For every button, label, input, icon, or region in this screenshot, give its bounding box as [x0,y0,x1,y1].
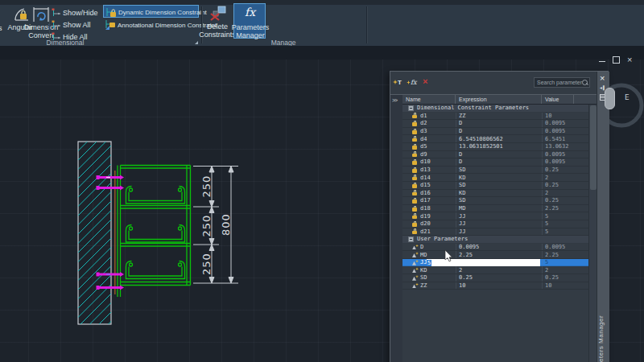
parameter-expression-cell[interactable]: 10 [456,282,542,290]
column-header-expression[interactable]: Expression [456,95,542,104]
scrollbar-thumb[interactable] [590,105,597,190]
parameter-value-cell: 5 [542,220,574,228]
parameter-name-cell[interactable]: d16 [402,190,456,197]
parameter-row[interactable]: d2D0.0095 [402,120,588,128]
parameter-name-cell[interactable]: d21 [402,228,456,236]
parameter-group-row[interactable]: User Parameters [402,236,588,244]
parameter-name-cell[interactable]: d2 [402,120,456,127]
parameter-expression-cell[interactable]: D [456,128,542,135]
parameter-name: d20 [420,220,431,227]
parameter-expression-cell[interactable]: JJ [456,228,542,236]
collapse-checkbox-icon[interactable] [408,105,414,111]
parameter-row[interactable]: SD0.250.25 [402,274,588,282]
parameter-row[interactable]: KD22 [402,266,588,274]
parameter-name: d21 [420,228,431,235]
parameter-row[interactable]: d13SD0.25 [402,167,588,175]
parameter-expression-cell[interactable]: 0.25 [456,274,542,282]
parameter-expression-cell[interactable]: KD [456,190,542,197]
parameter-row[interactable]: ZZ1010 [402,282,588,290]
palette-vertical-title: Parameters Manager [597,286,607,362]
palette-close-icon[interactable]: × [600,73,605,83]
parameter-name-cell[interactable]: d17 [402,197,456,204]
parameter-name: KD [420,267,427,274]
parameter-expression-cell[interactable]: JJ [456,220,542,228]
parameter-name-cell[interactable]: D [402,244,456,251]
search-icon[interactable] [582,80,588,85]
parameter-row[interactable]: d15SD0.25 [402,182,588,190]
new-parameter-button[interactable]: T [393,79,402,86]
parameter-row[interactable]: D0.00950.0095 [402,244,588,252]
palette-grip-handle[interactable] [605,88,615,109]
parameter-row[interactable]: d513.063185250113.0632 [402,143,588,151]
parameter-name-cell[interactable]: d19 [402,212,456,220]
parameter-value-cell: 2 [542,174,574,181]
palette-toolbar: T fx × Search parameter [390,72,597,93]
parameter-row[interactable]: d14KD2 [402,174,588,182]
expand-filters-button[interactable]: >> [392,97,397,103]
dimension-lock-icon [412,221,418,227]
column-header-value[interactable]: Value [542,95,574,104]
wall-hatch [0,142,300,324]
parameter-expression-cell[interactable]: JJ [456,212,542,220]
parameter-name-cell[interactable]: ZZ [402,282,456,290]
parameter-row[interactable]: d9D0.0095 [402,151,588,159]
parameter-expression-cell[interactable]: SD [456,167,542,174]
parameter-name-cell[interactable]: SD [402,274,456,282]
parameter-group-row[interactable]: Dimensional Constraint Parameters [402,105,588,113]
parameter-row[interactable]: d1ZZ10 [402,113,588,121]
parameter-expression-cell[interactable]: ZZ [456,113,542,120]
parameter-value-cell: 10 [542,282,574,290]
delete-parameter-button[interactable]: × [423,76,427,86]
parameter-expression-cell[interactable]: SD [456,197,542,204]
parameter-expression-cell[interactable]: SD [456,182,542,189]
parameter-row[interactable]: d3D0.0095 [402,128,588,136]
parameter-expression-cell[interactable]: 6.54510806562 [456,135,542,142]
parameter-name-cell[interactable]: d20 [402,220,456,228]
parameter-expression-cell[interactable]: D [456,120,542,127]
parameter-expression-cell[interactable]: KD [456,174,542,181]
parameter-name-cell[interactable]: KD [402,266,456,274]
parameter-value-cell: 13.0632 [542,143,574,150]
dimension-lock-icon [412,183,418,188]
parameter-expression-cell[interactable]: D [456,151,542,158]
parameter-row[interactable]: d10D0.0095 [402,158,588,167]
parameter-row[interactable]: d21JJ5 [402,228,588,237]
parameter-name-cell[interactable]: d14 [402,174,456,181]
parameter-expression-cell[interactable]: MD [456,205,542,212]
parameter-expression-cell[interactable]: 2 [456,266,542,274]
parameter-expression-cell[interactable]: 13.0631852501 [456,143,542,150]
parameter-row[interactable]: d20JJ5 [402,220,588,228]
cable-tray-profiles[interactable] [126,187,185,279]
parameter-name-cell[interactable]: d9 [402,151,456,158]
parameter-expression-cell[interactable]: D [456,158,542,166]
anchor-bolts[interactable] [97,175,125,290]
parameter-name-cell[interactable]: d5 [402,143,456,150]
parameter-expression-cell[interactable]: 0.0095 [456,244,542,251]
parameter-name: ZZ [420,282,427,289]
parameter-expression-cell[interactable]: 2.25 [456,251,542,258]
parameter-row[interactable]: d17SD0.25 [402,197,588,205]
parameter-value-cell: 0.25 [542,182,574,189]
parameter-row[interactable]: d19JJ5 [402,212,588,220]
parameter-name-cell[interactable]: d15 [402,182,456,189]
dimension-lock-icon [412,151,418,157]
column-header-name[interactable]: Name [402,95,456,104]
parameter-name-cell[interactable]: d1 [402,113,456,120]
parameter-row[interactable]: d18MD2.25 [402,205,588,213]
new-expression-button[interactable]: fx [407,79,416,86]
parameter-value-cell: 5 [542,259,574,266]
parameter-value-cell: 0.0095 [542,151,574,158]
parameter-row[interactable]: d16KD2 [402,190,588,198]
parameter-row[interactable]: JJ55 [402,259,588,267]
parameter-row[interactable]: d46.545108065626.5451 [402,135,588,143]
collapse-checkbox-icon[interactable] [408,237,414,242]
parameter-name-cell[interactable]: d10 [402,158,456,166]
parameter-name-cell[interactable]: d3 [402,128,456,135]
dimension-lock-icon [412,175,418,180]
parameter-value-cell: 0.0095 [542,120,574,127]
parameter-name-cell[interactable]: d4 [402,135,456,142]
search-parameter-input[interactable]: Search parameter [534,77,590,88]
parameter-name-cell[interactable]: d13 [402,167,456,174]
parameter-row[interactable]: MD2.252.25 [402,251,588,259]
parameter-name-cell[interactable]: d18 [402,205,456,212]
